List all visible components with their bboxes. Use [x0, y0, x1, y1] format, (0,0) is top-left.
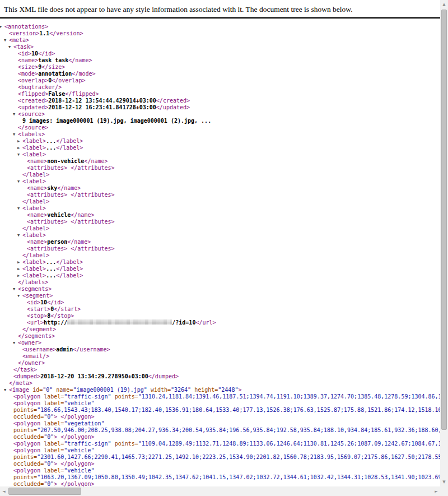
xml-token-tag: <label> [22, 151, 46, 157]
xml-line: <username>admin</username> [0, 346, 440, 353]
collapse-arrow-icon[interactable]: ▼ [13, 340, 18, 346]
xml-line: <id>10</id> [0, 50, 440, 57]
xml-token-tag: <name> [27, 239, 47, 245]
xml-token-tag: <task> [13, 44, 34, 50]
xml-line: occluded="0"> </polygon> [0, 414, 440, 420]
xml-line: </label> [0, 252, 440, 259]
collapse-arrow-icon[interactable]: ▼ [4, 37, 9, 44]
xml-line: <polygon label="vegetation" [0, 420, 440, 427]
xml-token-tag: </created> [156, 98, 190, 104]
xml-token-tag: </label> [56, 266, 83, 272]
xml-token-tag: <label> [22, 145, 46, 151]
xml-line: <updated>2018-12-12 16:23:41.841728+03:0… [0, 104, 440, 111]
scroll-right-icon: ► [435, 489, 437, 494]
xml-token-val: "1310.24,1181.84;1391.46,1187.51;1394.74… [138, 393, 440, 400]
xml-token-text: ... [46, 266, 56, 272]
xml-token-tag: </segments> [18, 333, 55, 339]
expand-arrow-icon[interactable]: ▶ [17, 272, 22, 279]
xml-token-tag: <segments> [18, 286, 52, 292]
xml-token-text: http:// [44, 319, 67, 326]
collapse-arrow-icon[interactable]: ▼ [17, 232, 22, 239]
xml-token-text: non-vehicle [47, 158, 84, 164]
xml-token-attr: occluded= [13, 461, 44, 467]
scroll-right-button[interactable]: ► [432, 486, 440, 496]
collapse-arrow-icon[interactable]: ▼ [17, 205, 22, 212]
xml-line: points="186.66,1543.43;183.40,1540.17;18… [0, 407, 440, 414]
xml-token-tag: </dumped> [148, 373, 179, 379]
xml-token-val: "3264" [171, 387, 191, 393]
xml-token-attr: points= [111, 441, 138, 447]
collapse-arrow-icon[interactable]: ▼ [17, 293, 22, 299]
expand-arrow-icon[interactable]: ▶ [17, 138, 22, 145]
xml-line: </label> [0, 171, 440, 178]
xml-token-text: ... [46, 138, 56, 144]
xml-token-tag: </name> [68, 57, 92, 63]
xml-token-tag: </name> [67, 239, 91, 245]
xml-token-val: "vehicle" [64, 467, 94, 474]
xml-token-tag: <version> [9, 30, 39, 36]
xml-token-tag: </polygon> [60, 414, 94, 420]
xml-token-val: "image000001 (19).jpg" [73, 387, 147, 393]
xml-token-val: "vehicle" [64, 400, 94, 406]
xml-token-tag: <start> [27, 306, 50, 312]
xml-token-tag: <polygon [13, 447, 40, 453]
xml-token-text: 10 [31, 50, 38, 57]
xml-line: <polygon label="vehicle" [0, 400, 440, 407]
xml-token-tag: <label> [22, 178, 46, 184]
xml-token-tag: <label> [22, 205, 46, 211]
xml-token-val: "0" [44, 481, 54, 486]
xml-token-tag: </name> [84, 158, 108, 164]
expand-arrow-icon[interactable]: ▶ [17, 266, 22, 272]
vertical-scrollbar[interactable]: ▲ ▼ [440, 0, 448, 486]
xml-line: <created>2018-12-12 13:54:44.429014+03:0… [0, 98, 440, 104]
xml-token-text: vehicle [47, 212, 71, 218]
xml-token-tag: </attributes> [71, 192, 114, 198]
xml-tree: ▼<annotations><version>1.1</version>▼<me… [0, 24, 440, 486]
xml-line: ▼<owner> [0, 340, 440, 346]
xml-token-text: /?id=10 [172, 319, 195, 326]
xml-token-tag: <created> [18, 98, 48, 104]
xml-token-tag: <label> [22, 259, 46, 265]
xml-line: </segment> [0, 326, 440, 333]
scroll-up-button[interactable]: ▲ [440, 0, 448, 9]
xml-token-attr: occluded= [13, 481, 44, 486]
xml-token-tag: </label> [56, 272, 83, 279]
xml-token-tag: <annotations> [4, 24, 48, 30]
xml-line: </segments> [0, 333, 440, 340]
xml-token-tag: <dumped> [13, 373, 40, 379]
xml-line: points="207.50,946.00;208.25,938.08;204.… [0, 427, 440, 434]
xml-token-attr: points= [13, 407, 37, 413]
collapse-arrow-icon[interactable]: ▼ [13, 131, 18, 138]
xml-token-val: "0" [43, 387, 53, 393]
xml-token-tag: <polygon [13, 467, 40, 474]
collapse-arrow-icon[interactable]: ▼ [13, 286, 18, 293]
xml-token-tag: </label> [22, 198, 49, 205]
horizontal-scrollbar[interactable]: ◄ ► [0, 486, 440, 496]
xml-token-tag: </label> [22, 225, 49, 231]
xml-line: ▶<label>...</label> [0, 259, 440, 266]
xml-token-tag: <name> [27, 158, 47, 164]
xml-token-tag: <meta> [9, 37, 29, 43]
vertical-scroll-thumb[interactable] [441, 10, 447, 430]
collapse-arrow-icon[interactable]: ▼ [8, 44, 13, 50]
collapse-arrow-icon[interactable]: ▼ [13, 111, 18, 118]
expand-arrow-icon[interactable]: ▶ [17, 259, 22, 266]
horizontal-scroll-thumb[interactable] [8, 488, 81, 495]
scroll-left-button[interactable]: ◄ [0, 486, 8, 496]
xml-token-tag: <polygon [13, 420, 40, 427]
scroll-down-button[interactable]: ▼ [440, 478, 448, 486]
collapse-arrow-icon[interactable]: ▼ [4, 387, 9, 393]
xml-token-attr: label= [40, 447, 64, 453]
collapse-arrow-icon[interactable]: ▼ [17, 178, 22, 185]
xml-token-text: 2018-12-12 13:54:44.429014+03:00 [48, 98, 156, 104]
xml-token-tag: <name> [18, 57, 38, 63]
xml-token-text: 2018-12-12 16:23:41.841728+03:00 [48, 104, 156, 110]
xml-token-text: 1.1 [39, 30, 49, 36]
collapse-arrow-icon[interactable]: ▼ [0, 24, 4, 30]
expand-arrow-icon[interactable]: ▶ [17, 145, 22, 151]
xml-token-tag: > [238, 387, 241, 393]
xml-token-tag: </size> [41, 64, 65, 70]
xml-token-val: "0" [44, 461, 54, 467]
collapse-arrow-icon[interactable]: ▼ [17, 151, 22, 158]
xml-token-text: False [48, 91, 65, 97]
